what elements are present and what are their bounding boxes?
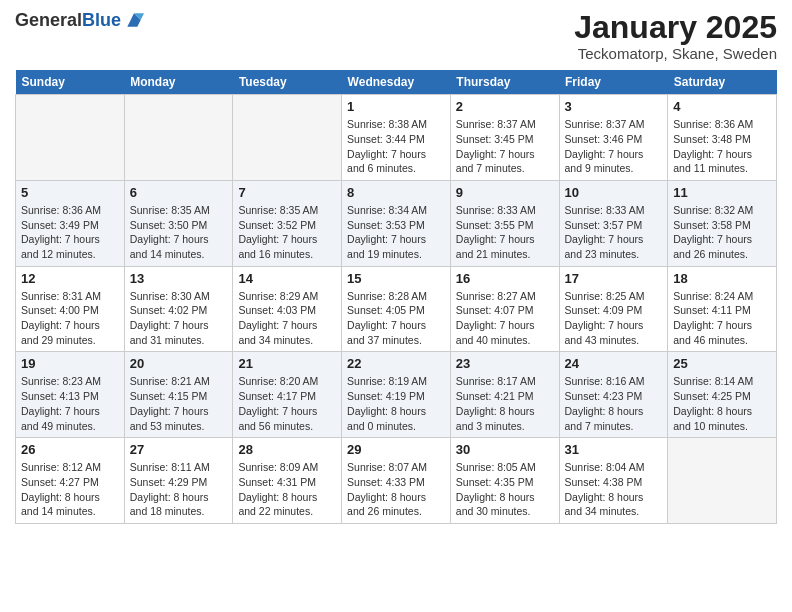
- table-cell: 26Sunrise: 8:12 AMSunset: 4:27 PMDayligh…: [16, 438, 125, 524]
- day-info: Sunrise: 8:24 AMSunset: 4:11 PMDaylight:…: [673, 289, 771, 348]
- day-number: 31: [565, 442, 663, 457]
- col-tuesday: Tuesday: [233, 70, 342, 95]
- day-info: Sunrise: 8:32 AMSunset: 3:58 PMDaylight:…: [673, 203, 771, 262]
- day-number: 5: [21, 185, 119, 200]
- day-number: 27: [130, 442, 228, 457]
- table-cell: 29Sunrise: 8:07 AMSunset: 4:33 PMDayligh…: [342, 438, 451, 524]
- table-cell: 30Sunrise: 8:05 AMSunset: 4:35 PMDayligh…: [450, 438, 559, 524]
- day-info: Sunrise: 8:11 AMSunset: 4:29 PMDaylight:…: [130, 460, 228, 519]
- day-info: Sunrise: 8:25 AMSunset: 4:09 PMDaylight:…: [565, 289, 663, 348]
- title-area: January 2025 Teckomatorp, Skane, Sweden: [574, 10, 777, 62]
- day-number: 2: [456, 99, 554, 114]
- table-cell: 22Sunrise: 8:19 AMSunset: 4:19 PMDayligh…: [342, 352, 451, 438]
- day-number: 1: [347, 99, 445, 114]
- day-number: 11: [673, 185, 771, 200]
- table-cell: 11Sunrise: 8:32 AMSunset: 3:58 PMDayligh…: [668, 180, 777, 266]
- day-info: Sunrise: 8:37 AMSunset: 3:46 PMDaylight:…: [565, 117, 663, 176]
- day-info: Sunrise: 8:16 AMSunset: 4:23 PMDaylight:…: [565, 374, 663, 433]
- day-info: Sunrise: 8:19 AMSunset: 4:19 PMDaylight:…: [347, 374, 445, 433]
- week-row-3: 12Sunrise: 8:31 AMSunset: 4:00 PMDayligh…: [16, 266, 777, 352]
- table-cell: 8Sunrise: 8:34 AMSunset: 3:53 PMDaylight…: [342, 180, 451, 266]
- table-cell: 10Sunrise: 8:33 AMSunset: 3:57 PMDayligh…: [559, 180, 668, 266]
- day-number: 21: [238, 356, 336, 371]
- day-info: Sunrise: 8:37 AMSunset: 3:45 PMDaylight:…: [456, 117, 554, 176]
- day-number: 13: [130, 271, 228, 286]
- day-info: Sunrise: 8:23 AMSunset: 4:13 PMDaylight:…: [21, 374, 119, 433]
- day-info: Sunrise: 8:38 AMSunset: 3:44 PMDaylight:…: [347, 117, 445, 176]
- table-cell: 9Sunrise: 8:33 AMSunset: 3:55 PMDaylight…: [450, 180, 559, 266]
- table-cell: 17Sunrise: 8:25 AMSunset: 4:09 PMDayligh…: [559, 266, 668, 352]
- table-cell: 20Sunrise: 8:21 AMSunset: 4:15 PMDayligh…: [124, 352, 233, 438]
- day-info: Sunrise: 8:33 AMSunset: 3:57 PMDaylight:…: [565, 203, 663, 262]
- day-number: 14: [238, 271, 336, 286]
- day-info: Sunrise: 8:34 AMSunset: 3:53 PMDaylight:…: [347, 203, 445, 262]
- table-cell: 15Sunrise: 8:28 AMSunset: 4:05 PMDayligh…: [342, 266, 451, 352]
- day-info: Sunrise: 8:30 AMSunset: 4:02 PMDaylight:…: [130, 289, 228, 348]
- day-number: 20: [130, 356, 228, 371]
- subtitle: Teckomatorp, Skane, Sweden: [574, 45, 777, 62]
- day-info: Sunrise: 8:20 AMSunset: 4:17 PMDaylight:…: [238, 374, 336, 433]
- col-thursday: Thursday: [450, 70, 559, 95]
- table-cell: 24Sunrise: 8:16 AMSunset: 4:23 PMDayligh…: [559, 352, 668, 438]
- month-title: January 2025: [574, 10, 777, 45]
- day-number: 17: [565, 271, 663, 286]
- col-friday: Friday: [559, 70, 668, 95]
- table-cell: 16Sunrise: 8:27 AMSunset: 4:07 PMDayligh…: [450, 266, 559, 352]
- week-row-1: 1Sunrise: 8:38 AMSunset: 3:44 PMDaylight…: [16, 95, 777, 181]
- day-info: Sunrise: 8:33 AMSunset: 3:55 PMDaylight:…: [456, 203, 554, 262]
- day-number: 25: [673, 356, 771, 371]
- table-cell: 28Sunrise: 8:09 AMSunset: 4:31 PMDayligh…: [233, 438, 342, 524]
- day-info: Sunrise: 8:07 AMSunset: 4:33 PMDaylight:…: [347, 460, 445, 519]
- table-cell: 21Sunrise: 8:20 AMSunset: 4:17 PMDayligh…: [233, 352, 342, 438]
- table-cell: [124, 95, 233, 181]
- day-info: Sunrise: 8:35 AMSunset: 3:52 PMDaylight:…: [238, 203, 336, 262]
- day-info: Sunrise: 8:21 AMSunset: 4:15 PMDaylight:…: [130, 374, 228, 433]
- day-number: 15: [347, 271, 445, 286]
- day-number: 10: [565, 185, 663, 200]
- table-cell: 18Sunrise: 8:24 AMSunset: 4:11 PMDayligh…: [668, 266, 777, 352]
- week-row-5: 26Sunrise: 8:12 AMSunset: 4:27 PMDayligh…: [16, 438, 777, 524]
- day-number: 26: [21, 442, 119, 457]
- page-container: GeneralBlue January 2025 Teckomatorp, Sk…: [0, 0, 792, 534]
- col-saturday: Saturday: [668, 70, 777, 95]
- day-info: Sunrise: 8:31 AMSunset: 4:00 PMDaylight:…: [21, 289, 119, 348]
- table-cell: 13Sunrise: 8:30 AMSunset: 4:02 PMDayligh…: [124, 266, 233, 352]
- day-number: 6: [130, 185, 228, 200]
- col-monday: Monday: [124, 70, 233, 95]
- day-info: Sunrise: 8:27 AMSunset: 4:07 PMDaylight:…: [456, 289, 554, 348]
- day-number: 4: [673, 99, 771, 114]
- week-row-4: 19Sunrise: 8:23 AMSunset: 4:13 PMDayligh…: [16, 352, 777, 438]
- day-number: 28: [238, 442, 336, 457]
- day-info: Sunrise: 8:17 AMSunset: 4:21 PMDaylight:…: [456, 374, 554, 433]
- day-number: 18: [673, 271, 771, 286]
- table-cell: 19Sunrise: 8:23 AMSunset: 4:13 PMDayligh…: [16, 352, 125, 438]
- calendar-header-row: Sunday Monday Tuesday Wednesday Thursday…: [16, 70, 777, 95]
- logo-general: GeneralBlue: [15, 11, 121, 31]
- day-number: 19: [21, 356, 119, 371]
- day-info: Sunrise: 8:35 AMSunset: 3:50 PMDaylight:…: [130, 203, 228, 262]
- table-cell: 2Sunrise: 8:37 AMSunset: 3:45 PMDaylight…: [450, 95, 559, 181]
- table-cell: 27Sunrise: 8:11 AMSunset: 4:29 PMDayligh…: [124, 438, 233, 524]
- table-cell: 6Sunrise: 8:35 AMSunset: 3:50 PMDaylight…: [124, 180, 233, 266]
- table-cell: 7Sunrise: 8:35 AMSunset: 3:52 PMDaylight…: [233, 180, 342, 266]
- day-info: Sunrise: 8:09 AMSunset: 4:31 PMDaylight:…: [238, 460, 336, 519]
- table-cell: 3Sunrise: 8:37 AMSunset: 3:46 PMDaylight…: [559, 95, 668, 181]
- day-info: Sunrise: 8:05 AMSunset: 4:35 PMDaylight:…: [456, 460, 554, 519]
- day-info: Sunrise: 8:28 AMSunset: 4:05 PMDaylight:…: [347, 289, 445, 348]
- calendar: Sunday Monday Tuesday Wednesday Thursday…: [15, 70, 777, 524]
- day-info: Sunrise: 8:29 AMSunset: 4:03 PMDaylight:…: [238, 289, 336, 348]
- table-cell: 12Sunrise: 8:31 AMSunset: 4:00 PMDayligh…: [16, 266, 125, 352]
- col-sunday: Sunday: [16, 70, 125, 95]
- day-info: Sunrise: 8:36 AMSunset: 3:48 PMDaylight:…: [673, 117, 771, 176]
- table-cell: 31Sunrise: 8:04 AMSunset: 4:38 PMDayligh…: [559, 438, 668, 524]
- day-info: Sunrise: 8:36 AMSunset: 3:49 PMDaylight:…: [21, 203, 119, 262]
- day-number: 30: [456, 442, 554, 457]
- col-wednesday: Wednesday: [342, 70, 451, 95]
- day-number: 9: [456, 185, 554, 200]
- table-cell: 5Sunrise: 8:36 AMSunset: 3:49 PMDaylight…: [16, 180, 125, 266]
- table-cell: [668, 438, 777, 524]
- table-cell: 25Sunrise: 8:14 AMSunset: 4:25 PMDayligh…: [668, 352, 777, 438]
- logo: GeneralBlue: [15, 10, 144, 32]
- day-number: 7: [238, 185, 336, 200]
- header: GeneralBlue January 2025 Teckomatorp, Sk…: [15, 10, 777, 62]
